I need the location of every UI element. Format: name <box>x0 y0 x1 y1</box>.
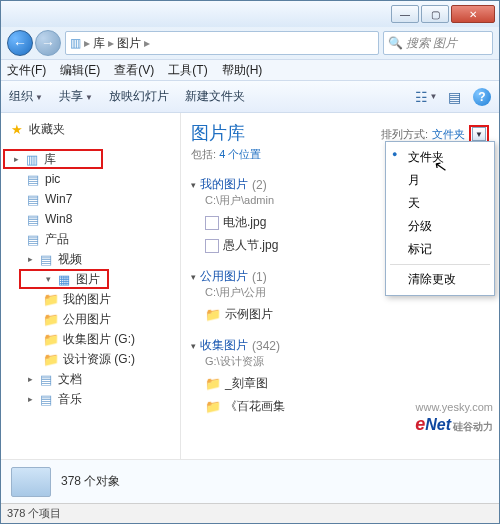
tree-label: pic <box>45 172 60 186</box>
menu-item-rating[interactable]: 分级 <box>386 215 494 238</box>
menu-file[interactable]: 文件(F) <box>7 62 46 79</box>
tree-label: 库 <box>44 151 56 168</box>
expand-icon[interactable]: ▸ <box>25 374 36 385</box>
folder-icon: 📁 <box>205 376 221 392</box>
view-options-icon[interactable]: ☷▼ <box>417 88 435 106</box>
back-icon: ← <box>13 35 27 51</box>
close-icon: ✕ <box>469 9 477 20</box>
tree-libraries[interactable]: ▸ ▥ 库 <box>3 149 103 169</box>
menu-item-day[interactable]: 天 <box>386 192 494 215</box>
search-placeholder: 搜索 图片 <box>406 35 457 52</box>
tree-label: 产品 <box>45 231 69 248</box>
image-icon <box>205 239 219 253</box>
expand-icon[interactable]: ▸ <box>25 254 36 265</box>
menu-view[interactable]: 查看(V) <box>114 62 154 79</box>
menu-edit[interactable]: 编辑(E) <box>60 62 100 79</box>
expand-icon[interactable]: ▸ <box>25 394 36 405</box>
tree-documents[interactable]: ▸▤文档 <box>3 369 178 389</box>
sidebar: ★ 收藏夹 ▸ ▥ 库 ▤pic ▤Win7 ▤Win8 ▤产品 ▸▤视频 ▾ … <box>1 113 181 459</box>
tree-label: 公用图片 <box>63 311 111 328</box>
tree-label: 图片 <box>76 271 100 288</box>
tree-item-win8[interactable]: ▤Win8 <box>3 209 178 229</box>
details-pane: 378 个对象 <box>1 459 499 503</box>
tree-music[interactable]: ▸▤音乐 <box>3 389 178 409</box>
video-icon: ▤ <box>38 251 54 267</box>
menu-item-tag[interactable]: 标记 <box>386 238 494 261</box>
page-subtitle: 包括: 4 个位置 <box>191 147 261 162</box>
folder-icon: 📁 <box>205 399 221 415</box>
menu-tools[interactable]: 工具(T) <box>168 62 207 79</box>
back-button[interactable]: ← <box>7 30 33 56</box>
folder-item[interactable]: 📁_刻章图 <box>205 375 489 392</box>
file-icon: ▤ <box>25 211 41 227</box>
titlebar: — ▢ ✕ <box>1 1 499 27</box>
tree-item-videos[interactable]: ▸▤视频 <box>3 249 178 269</box>
search-box[interactable]: 🔍 搜索 图片 <box>383 31 493 55</box>
minimize-button[interactable]: — <box>391 5 419 23</box>
sort-value[interactable]: 文件夹 <box>432 127 465 142</box>
help-icon[interactable]: ? <box>473 88 491 106</box>
folder-icon: 📁 <box>205 307 221 323</box>
tree-item-products[interactable]: ▤产品 <box>3 229 178 249</box>
tree-label: 我的图片 <box>63 291 111 308</box>
group-header[interactable]: ▾ 收集图片 (342) <box>191 337 489 354</box>
image-icon <box>205 216 219 230</box>
expand-icon[interactable]: ▸ <box>11 154 22 165</box>
menu-item-clear[interactable]: 清除更改 <box>386 268 494 291</box>
toolbar: 组织▼ 共享▼ 放映幻灯片 新建文件夹 ☷▼ ▤ ? <box>1 81 499 113</box>
menu-bar: 文件(F) 编辑(E) 查看(V) 工具(T) 帮助(H) <box>1 59 499 81</box>
address-bar[interactable]: ▥ ▸ 库 ▸ 图片 ▸ <box>65 31 379 55</box>
star-icon: ★ <box>9 121 25 137</box>
close-button[interactable]: ✕ <box>451 5 495 23</box>
file-icon: ▤ <box>25 191 41 207</box>
tree-public-pictures[interactable]: 📁公用图片 <box>3 309 178 329</box>
file-icon: ▤ <box>25 231 41 247</box>
preview-pane-icon[interactable]: ▤ <box>445 88 463 106</box>
page-title: 图片库 <box>191 121 261 145</box>
locations-link[interactable]: 4 个位置 <box>219 148 261 160</box>
tree-collected-pictures[interactable]: 📁收集图片 (G:) <box>3 329 178 349</box>
tree-label: 文档 <box>58 371 82 388</box>
status-text: 378 个项目 <box>7 506 61 521</box>
maximize-button[interactable]: ▢ <box>421 5 449 23</box>
breadcrumb-root[interactable]: 库 <box>93 35 105 52</box>
collapse-icon[interactable]: ▾ <box>191 341 196 351</box>
search-icon: 🔍 <box>388 36 403 50</box>
tree-my-pictures[interactable]: 📁我的图片 <box>3 289 178 309</box>
breadcrumb-sep: ▸ <box>84 36 90 50</box>
collapse-icon[interactable]: ▾ <box>191 180 196 190</box>
body: ★ 收藏夹 ▸ ▥ 库 ▤pic ▤Win7 ▤Win8 ▤产品 ▸▤视频 ▾ … <box>1 113 499 459</box>
collapse-icon[interactable]: ▾ <box>191 272 196 282</box>
tree-item-win7[interactable]: ▤Win7 <box>3 189 178 209</box>
folder-icon: 📁 <box>43 291 59 307</box>
watermark-logo: eNet硅谷动力 <box>415 414 493 435</box>
tree-label: 音乐 <box>58 391 82 408</box>
menu-help[interactable]: 帮助(H) <box>222 62 263 79</box>
tree-label: 收集图片 (G:) <box>63 331 135 348</box>
toolbar-share[interactable]: 共享▼ <box>59 88 93 105</box>
sort-label: 排列方式: <box>381 127 428 142</box>
forward-button[interactable]: → <box>35 30 61 56</box>
sort-dropdown-button[interactable]: ▼ <box>472 127 486 141</box>
group-path: G:\设计资源 <box>205 354 489 369</box>
tree-favorites[interactable]: ★ 收藏夹 <box>3 119 178 139</box>
music-icon: ▤ <box>38 391 54 407</box>
collapse-icon[interactable]: ▾ <box>43 274 54 285</box>
pictures-icon: ▦ <box>56 271 72 287</box>
folder-icon: 📁 <box>43 351 59 367</box>
tree-label: 收藏夹 <box>29 121 65 138</box>
breadcrumb-current[interactable]: 图片 <box>117 35 141 52</box>
tree-design-resources[interactable]: 📁设计资源 (G:) <box>3 349 178 369</box>
toolbar-newfolder[interactable]: 新建文件夹 <box>185 88 245 105</box>
tree-label: 设计资源 (G:) <box>63 351 135 368</box>
toolbar-organize[interactable]: 组织▼ <box>9 88 43 105</box>
tree-item-pic[interactable]: ▤pic <box>3 169 178 189</box>
toolbar-slideshow[interactable]: 放映幻灯片 <box>109 88 169 105</box>
folder-item[interactable]: 📁示例图片 <box>205 306 489 323</box>
documents-icon: ▤ <box>38 371 54 387</box>
tree-pictures[interactable]: ▾ ▦ 图片 <box>19 269 109 289</box>
forward-icon: → <box>41 35 55 51</box>
breadcrumb-sep: ▸ <box>144 36 150 50</box>
nav-buttons: ← → <box>7 30 61 56</box>
tree-label: Win7 <box>45 192 72 206</box>
